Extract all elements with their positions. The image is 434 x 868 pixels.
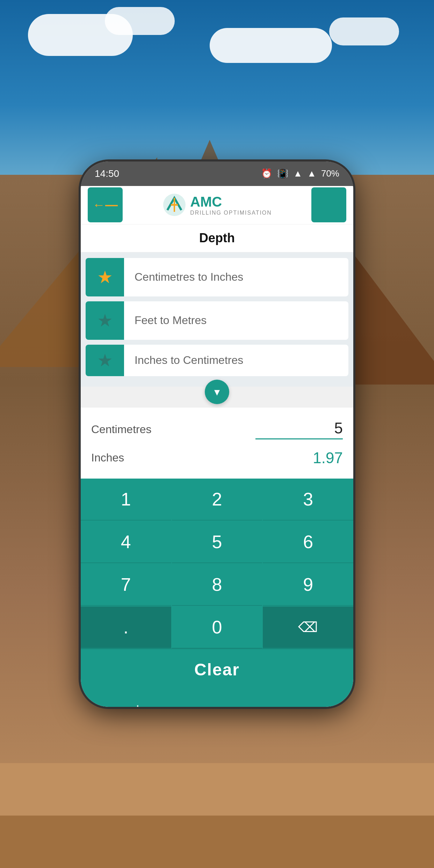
key-2[interactable]: 2 — [172, 479, 262, 521]
conversion-item-cm-to-in[interactable]: ★ Centimetres to Inches — [86, 258, 348, 296]
key-decimal[interactable]: . — [81, 607, 171, 648]
conv-label-in-to-cm: Inches to Centimetres — [124, 354, 254, 367]
conversion-list: ★ Centimetres to Inches ★ Feet to Metres… — [81, 252, 353, 387]
key-3[interactable]: 3 — [263, 479, 353, 521]
input-label: Centimetres — [91, 423, 152, 436]
wifi-icon: ▲ — [293, 168, 302, 179]
page-title-bar: Depth — [81, 224, 353, 252]
nav-home-icon[interactable]: ▭ — [208, 701, 223, 707]
clear-label: Clear — [194, 660, 240, 679]
key-backspace[interactable]: ⌫ — [263, 607, 353, 648]
output-row: Inches 1.97 — [91, 444, 343, 472]
output-value: 1.97 — [313, 449, 343, 467]
status-bar: 14:50 ⏰ 📳 ▲ ▲ 70% — [81, 162, 353, 186]
backspace-icon: ⌫ — [298, 619, 318, 635]
vibrate-icon: 📳 — [277, 168, 288, 179]
phone-frame: 14:50 ⏰ 📳 ▲ ▲ 70% ←— — [81, 162, 353, 707]
star-teal-icon-2: ★ — [97, 350, 113, 371]
conversion-item-in-to-cm[interactable]: ★ Inches to Centimetres — [86, 345, 348, 376]
conv-label-cm-to-in: Centimetres to Inches — [124, 271, 254, 284]
signal-icon: ▲ — [307, 168, 316, 179]
input-value[interactable] — [255, 419, 343, 439]
conv-icon-in-to-cm: ★ — [86, 345, 124, 376]
top-nav: ←— AMC DRILLING OPTIMISATION — [81, 186, 353, 224]
nav-back-icon[interactable]: ↵ — [128, 701, 141, 707]
app-logo: AMC DRILLING OPTIMISATION — [162, 193, 272, 217]
key-7[interactable]: 7 — [81, 564, 171, 606]
nav-recent-icon[interactable]: ← — [290, 701, 306, 707]
star-gold-icon: ★ — [97, 267, 113, 287]
key-9[interactable]: 9 — [263, 564, 353, 606]
back-button[interactable]: ←— — [88, 187, 123, 222]
logo-text-container: AMC DRILLING OPTIMISATION — [190, 194, 272, 216]
bottom-nav: ↵ ▭ ← — [81, 690, 353, 707]
chevron-down-icon: ▾ — [214, 385, 220, 399]
conv-icon-cm-to-in: ★ — [86, 258, 124, 296]
logo-main: AMC — [190, 194, 272, 210]
alarm-icon: ⏰ — [261, 168, 272, 179]
back-arrow-icon: ←— — [93, 198, 118, 212]
key-1[interactable]: 1 — [81, 479, 171, 521]
conv-label-ft-to-m: Feet to Metres — [124, 314, 217, 327]
status-time: 14:50 — [95, 168, 119, 179]
page-title: Depth — [199, 231, 235, 245]
clear-button[interactable]: Clear — [81, 648, 353, 690]
battery-indicator: 70% — [321, 168, 339, 179]
phone-screen: 14:50 ⏰ 📳 ▲ ▲ 70% ←— — [81, 162, 353, 707]
dropdown-button-container: ▾ — [81, 380, 353, 404]
conversion-item-ft-to-m[interactable]: ★ Feet to Metres — [86, 301, 348, 340]
logo-icon — [162, 193, 187, 217]
key-6[interactable]: 6 — [263, 521, 353, 563]
key-5[interactable]: 5 — [172, 521, 262, 563]
key-0[interactable]: 0 — [172, 607, 262, 648]
nav-menu-button[interactable] — [311, 187, 346, 222]
status-icons: ⏰ 📳 ▲ ▲ 70% — [261, 168, 339, 179]
key-4[interactable]: 4 — [81, 521, 171, 563]
input-row: Centimetres — [91, 415, 343, 444]
key-8[interactable]: 8 — [172, 564, 262, 606]
conv-icon-ft-to-m: ★ — [86, 301, 124, 340]
logo-subtitle: DRILLING OPTIMISATION — [190, 210, 272, 216]
expand-button[interactable]: ▾ — [205, 380, 229, 404]
output-label: Inches — [91, 451, 124, 464]
keypad: 1 2 3 4 5 6 7 8 9 . 0 ⌫ — [81, 479, 353, 648]
star-teal-icon-1: ★ — [97, 310, 113, 331]
conversion-area: Centimetres Inches 1.97 — [81, 408, 353, 479]
